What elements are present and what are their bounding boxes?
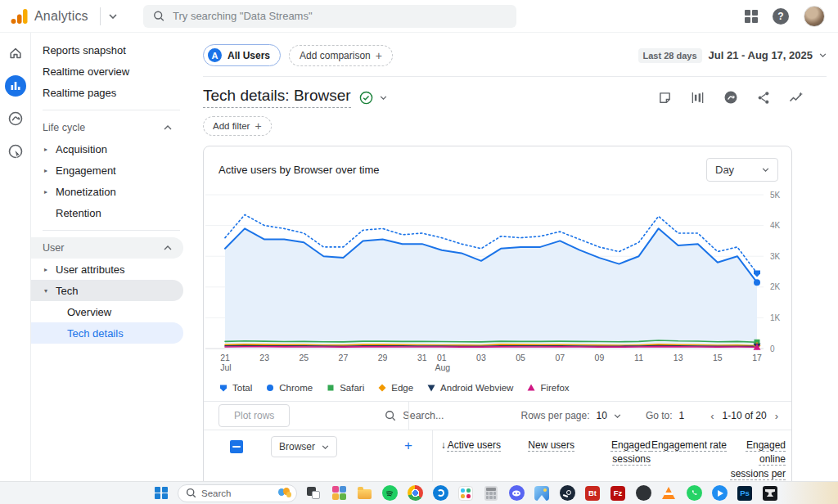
add-column-button[interactable]: + — [404, 438, 412, 454]
apps-grid-icon[interactable] — [745, 10, 758, 23]
photoshop-icon[interactable]: Ps — [736, 484, 754, 502]
nav-monetization[interactable]: ▸Monetization — [31, 181, 190, 202]
svg-text:1K: 1K — [770, 313, 781, 322]
column-header-active-users[interactable]: ↓Active users — [433, 439, 501, 481]
slack-icon[interactable] — [457, 484, 475, 502]
global-search-input[interactable] — [173, 10, 507, 22]
svg-text:25: 25 — [299, 353, 309, 362]
data-quality-icon[interactable] — [359, 91, 373, 105]
vlc-icon[interactable] — [660, 484, 678, 502]
legend-item-firefox[interactable]: Firefox — [526, 383, 569, 393]
photos-icon[interactable] — [533, 484, 551, 502]
nav-section-user[interactable]: User — [31, 237, 183, 259]
chrome-icon[interactable] — [406, 484, 424, 502]
keyboard-app-icon[interactable] — [634, 484, 652, 502]
table-search-input[interactable] — [403, 410, 501, 421]
svg-text:31: 31 — [417, 353, 427, 362]
advertising-icon[interactable] — [5, 141, 26, 162]
rows-per-page-value[interactable]: 10 — [597, 410, 607, 421]
nav-section-life-cycle[interactable]: Life cycle — [31, 117, 183, 138]
global-search[interactable] — [143, 5, 516, 28]
column-header-engaged-sessions[interactable]: Engaged sessions — [574, 439, 651, 481]
legend-item-edge[interactable]: Edge — [377, 383, 413, 393]
blue-round-app-icon[interactable] — [431, 484, 449, 502]
taskbar-search[interactable]: Search — [178, 484, 297, 502]
file-explorer-icon[interactable] — [355, 484, 373, 502]
granularity-select[interactable]: Day — [706, 158, 778, 182]
bittorrent-icon[interactable]: Bt — [583, 484, 601, 502]
svg-text:15: 15 — [713, 353, 723, 362]
svg-text:13: 13 — [674, 353, 683, 362]
nav-divider — [43, 110, 180, 110]
insights-button[interactable] — [722, 88, 740, 106]
nav-engagement[interactable]: ▸Engagement — [31, 160, 190, 181]
legend-item-chrome[interactable]: Chrome — [265, 383, 313, 393]
nav-retention[interactable]: Retention — [31, 202, 190, 223]
reports-icon[interactable] — [5, 75, 26, 97]
select-all-checkbox[interactable] — [230, 440, 243, 453]
app-header: Analytics ? — [0, 0, 838, 33]
whatsapp-icon[interactable] — [685, 484, 703, 502]
notes-button[interactable] — [656, 89, 674, 106]
sort-desc-icon: ↓ — [441, 439, 446, 451]
svg-text:0: 0 — [770, 344, 775, 353]
svg-text:23: 23 — [259, 353, 269, 362]
search-icon — [385, 410, 396, 421]
help-icon[interactable]: ? — [773, 8, 789, 25]
table-search[interactable] — [385, 410, 501, 421]
add-comparison-chip[interactable]: Add comparison + — [289, 45, 393, 66]
widgets-icon[interactable] — [330, 484, 348, 502]
plot-rows-button[interactable]: Plot rows — [219, 404, 290, 427]
nav-reports-snapshot[interactable]: Reports snapshot — [31, 39, 190, 61]
nav-tech-overview[interactable]: Overview — [31, 301, 190, 322]
anvil-app-icon[interactable] — [761, 484, 779, 502]
steam-icon[interactable] — [558, 484, 576, 502]
nav-realtime-overview[interactable]: Realtime overview — [31, 61, 190, 82]
next-page-icon[interactable]: › — [773, 410, 780, 422]
add-filter-chip[interactable]: Add filter + — [203, 116, 272, 136]
nav-acquisition[interactable]: ▸Acquisition — [31, 138, 190, 160]
legend-marker-icon — [526, 383, 536, 393]
nav-realtime-pages[interactable]: Realtime pages — [31, 82, 190, 103]
goto-page-value[interactable]: 1 — [679, 410, 685, 421]
share-button[interactable] — [755, 89, 772, 106]
legend-marker-icon — [219, 383, 228, 393]
svg-text:11: 11 — [634, 353, 643, 362]
prev-page-icon[interactable]: ‹ — [709, 410, 715, 422]
column-header-engagement-rate[interactable]: Engagement rate — [651, 439, 727, 481]
report-card: Active users by Browser over time Day 01… — [203, 146, 792, 481]
dimension-select[interactable]: Browser — [271, 436, 337, 457]
discord-icon[interactable] — [507, 484, 525, 502]
avatar[interactable] — [804, 6, 825, 27]
filezilla-icon[interactable]: Fz — [609, 484, 627, 502]
nav-user-attributes[interactable]: ▸User attributes — [31, 259, 190, 280]
nav-tech[interactable]: ▾Tech — [31, 280, 183, 301]
explore-report-button[interactable] — [787, 89, 805, 106]
header-actions: ? — [745, 6, 825, 27]
comparison-edit-button[interactable] — [689, 89, 706, 106]
toolbar-divider — [408, 402, 409, 430]
start-button[interactable] — [152, 484, 170, 502]
calculator-icon[interactable] — [482, 484, 500, 502]
explore-icon[interactable] — [5, 108, 26, 129]
column-header-engaged-online-sessions[interactable]: Engaged online sessions per active user — [727, 439, 786, 481]
date-range-picker[interactable]: Last 28 days Jul 21 - Aug 17, 2025 — [638, 48, 827, 63]
all-users-chip[interactable]: A All Users — [203, 44, 281, 66]
legend-item-total[interactable]: Total — [219, 383, 252, 393]
legend-item-android-webview[interactable]: Android Webview — [426, 383, 513, 393]
account-switcher-caret[interactable] — [109, 14, 117, 19]
task-view-icon[interactable] — [304, 484, 322, 502]
movies-app-icon[interactable] — [710, 484, 728, 502]
page-title[interactable]: Tech details: Browser — [203, 87, 351, 108]
home-icon[interactable] — [5, 43, 26, 64]
chevron-down-icon[interactable] — [614, 414, 621, 418]
analytics-brand[interactable]: Analytics — [10, 7, 88, 25]
trend-sparkle-icon — [789, 91, 804, 104]
spotify-icon[interactable] — [381, 484, 399, 502]
nav-tech-details[interactable]: Tech details — [31, 322, 183, 344]
column-header-new-users[interactable]: New users — [501, 439, 574, 481]
legend-item-safari[interactable]: Safari — [326, 383, 364, 393]
nav-divider — [43, 230, 180, 231]
chevron-down-icon[interactable] — [380, 96, 387, 100]
chevron-down-icon — [819, 53, 827, 57]
